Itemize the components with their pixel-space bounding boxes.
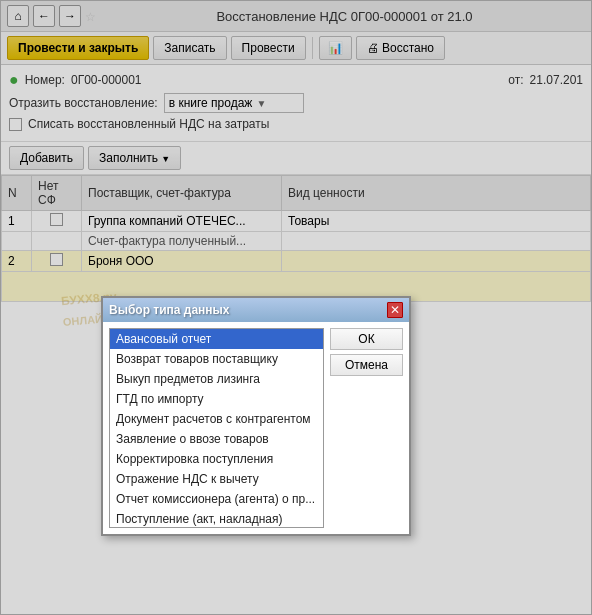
modal-list-item[interactable]: ГТД по импорту [110,389,323,409]
modal-dialog: Выбор типа данных ✕ Авансовый отчетВозвр… [101,296,411,536]
modal-list-item[interactable]: Авансовый отчет [110,329,323,349]
modal-title: Выбор типа данных [109,303,230,317]
modal-list-item[interactable]: Поступление (акт, накладная) [110,509,323,528]
modal-ok-button[interactable]: ОК [330,328,403,350]
modal-close-button[interactable]: ✕ [387,302,403,318]
modal-list-item[interactable]: Заявление о ввозе товаров [110,429,323,449]
modal-list-item[interactable]: Отражение НДС к вычету [110,469,323,489]
modal-list[interactable]: Авансовый отчетВозврат товаров поставщик… [109,328,324,528]
modal-list-item[interactable]: Выкуп предметов лизинга [110,369,323,389]
modal-list-item[interactable]: Корректировка поступления [110,449,323,469]
modal-list-item[interactable]: Отчет комиссионера (агента) о пр... [110,489,323,509]
modal-cancel-button[interactable]: Отмена [330,354,403,376]
close-icon: ✕ [390,303,400,317]
modal-list-item[interactable]: Документ расчетов с контрагентом [110,409,323,429]
modal-titlebar: Выбор типа данных ✕ [103,298,409,322]
modal-body: Авансовый отчетВозврат товаров поставщик… [103,322,409,534]
modal-buttons: ОК Отмена [330,328,403,528]
modal-list-item[interactable]: Возврат товаров поставщику [110,349,323,369]
